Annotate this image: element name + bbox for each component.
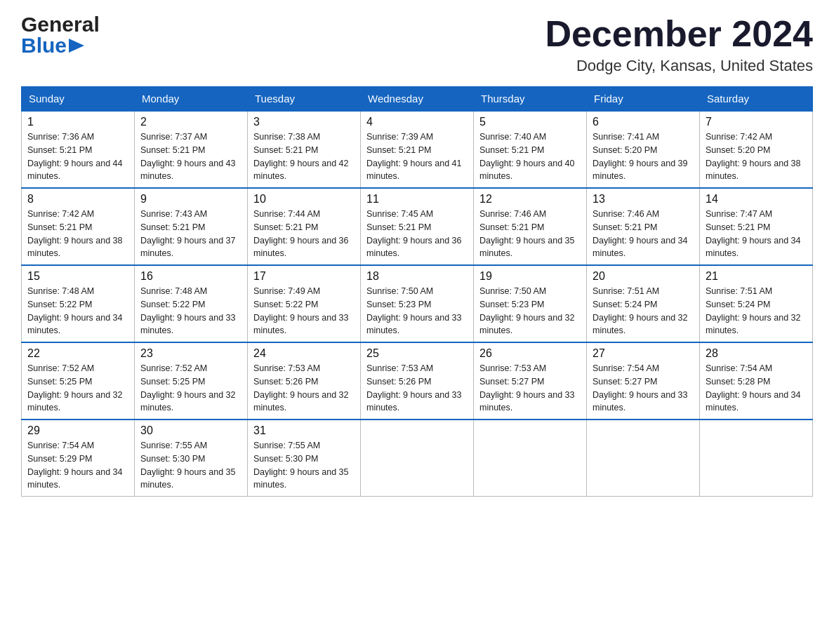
table-row xyxy=(474,420,587,497)
day-info: Sunrise: 7:55 AMSunset: 5:30 PMDaylight:… xyxy=(140,439,241,492)
table-row: 16Sunrise: 7:48 AMSunset: 5:22 PMDayligh… xyxy=(135,265,248,342)
table-row: 28Sunrise: 7:54 AMSunset: 5:28 PMDayligh… xyxy=(700,342,813,420)
header-sunday: Sunday xyxy=(22,87,135,112)
day-info: Sunrise: 7:51 AMSunset: 5:24 PMDaylight:… xyxy=(706,285,807,337)
day-number: 17 xyxy=(253,270,355,283)
location-text: Dodge City, Kansas, United States xyxy=(545,57,813,75)
day-info: Sunrise: 7:36 AMSunset: 5:21 PMDaylight:… xyxy=(27,130,128,183)
day-number: 6 xyxy=(593,116,694,128)
logo: General Blue xyxy=(21,14,100,56)
day-number: 3 xyxy=(253,116,355,128)
calendar-header-row: Sunday Monday Tuesday Wednesday Thursday… xyxy=(22,87,813,112)
title-section: December 2024 Dodge City, Kansas, United… xyxy=(545,14,813,75)
table-row xyxy=(587,420,700,497)
table-row: 11Sunrise: 7:45 AMSunset: 5:21 PMDayligh… xyxy=(361,188,474,265)
table-row: 6Sunrise: 7:41 AMSunset: 5:20 PMDaylight… xyxy=(587,111,700,188)
day-info: Sunrise: 7:53 AMSunset: 5:27 PMDaylight:… xyxy=(479,362,581,415)
day-info: Sunrise: 7:40 AMSunset: 5:21 PMDaylight:… xyxy=(479,130,581,183)
day-number: 8 xyxy=(27,193,128,206)
day-number: 5 xyxy=(479,116,581,128)
day-info: Sunrise: 7:44 AMSunset: 5:21 PMDaylight:… xyxy=(253,208,355,260)
header-wednesday: Wednesday xyxy=(361,87,474,112)
table-row: 7Sunrise: 7:42 AMSunset: 5:20 PMDaylight… xyxy=(700,111,813,188)
day-info: Sunrise: 7:54 AMSunset: 5:29 PMDaylight:… xyxy=(27,439,128,492)
day-info: Sunrise: 7:47 AMSunset: 5:21 PMDaylight:… xyxy=(706,208,807,260)
svg-marker-0 xyxy=(69,39,84,53)
day-info: Sunrise: 7:50 AMSunset: 5:23 PMDaylight:… xyxy=(366,285,468,337)
table-row: 18Sunrise: 7:50 AMSunset: 5:23 PMDayligh… xyxy=(361,265,474,342)
day-number: 29 xyxy=(27,424,128,437)
day-number: 30 xyxy=(140,424,241,437)
table-row: 21Sunrise: 7:51 AMSunset: 5:24 PMDayligh… xyxy=(700,265,813,342)
table-row: 25Sunrise: 7:53 AMSunset: 5:26 PMDayligh… xyxy=(361,342,474,420)
day-info: Sunrise: 7:49 AMSunset: 5:22 PMDaylight:… xyxy=(253,285,355,337)
calendar-week-row: 8Sunrise: 7:42 AMSunset: 5:21 PMDaylight… xyxy=(22,188,813,265)
table-row xyxy=(700,420,813,497)
table-row: 12Sunrise: 7:46 AMSunset: 5:21 PMDayligh… xyxy=(474,188,587,265)
day-info: Sunrise: 7:53 AMSunset: 5:26 PMDaylight:… xyxy=(366,362,468,415)
day-number: 13 xyxy=(593,193,694,206)
logo-blue-text: Blue xyxy=(21,35,67,56)
table-row: 27Sunrise: 7:54 AMSunset: 5:27 PMDayligh… xyxy=(587,342,700,420)
day-number: 9 xyxy=(140,193,241,206)
day-info: Sunrise: 7:46 AMSunset: 5:21 PMDaylight:… xyxy=(593,208,694,260)
day-number: 23 xyxy=(140,347,241,360)
day-info: Sunrise: 7:39 AMSunset: 5:21 PMDaylight:… xyxy=(366,130,468,183)
day-info: Sunrise: 7:42 AMSunset: 5:21 PMDaylight:… xyxy=(27,208,128,260)
day-number: 21 xyxy=(706,270,807,283)
table-row: 8Sunrise: 7:42 AMSunset: 5:21 PMDaylight… xyxy=(22,188,135,265)
header-friday: Friday xyxy=(587,87,700,112)
day-number: 16 xyxy=(140,270,241,283)
header-saturday: Saturday xyxy=(700,87,813,112)
day-number: 26 xyxy=(479,347,581,360)
table-row: 26Sunrise: 7:53 AMSunset: 5:27 PMDayligh… xyxy=(474,342,587,420)
day-info: Sunrise: 7:48 AMSunset: 5:22 PMDaylight:… xyxy=(140,285,241,337)
calendar-week-row: 22Sunrise: 7:52 AMSunset: 5:25 PMDayligh… xyxy=(22,342,813,420)
day-number: 24 xyxy=(253,347,355,360)
table-row: 29Sunrise: 7:54 AMSunset: 5:29 PMDayligh… xyxy=(22,420,135,497)
calendar-week-row: 15Sunrise: 7:48 AMSunset: 5:22 PMDayligh… xyxy=(22,265,813,342)
day-number: 28 xyxy=(706,347,807,360)
calendar-table: Sunday Monday Tuesday Wednesday Thursday… xyxy=(21,86,813,497)
table-row: 30Sunrise: 7:55 AMSunset: 5:30 PMDayligh… xyxy=(135,420,248,497)
table-row: 10Sunrise: 7:44 AMSunset: 5:21 PMDayligh… xyxy=(248,188,361,265)
table-row: 15Sunrise: 7:48 AMSunset: 5:22 PMDayligh… xyxy=(22,265,135,342)
table-row: 3Sunrise: 7:38 AMSunset: 5:21 PMDaylight… xyxy=(248,111,361,188)
day-number: 10 xyxy=(253,193,355,206)
month-title: December 2024 xyxy=(545,14,813,54)
day-number: 15 xyxy=(27,270,128,283)
day-number: 7 xyxy=(706,116,807,128)
day-info: Sunrise: 7:52 AMSunset: 5:25 PMDaylight:… xyxy=(27,362,128,415)
table-row: 20Sunrise: 7:51 AMSunset: 5:24 PMDayligh… xyxy=(587,265,700,342)
day-info: Sunrise: 7:52 AMSunset: 5:25 PMDaylight:… xyxy=(140,362,241,415)
table-row: 22Sunrise: 7:52 AMSunset: 5:25 PMDayligh… xyxy=(22,342,135,420)
day-number: 14 xyxy=(706,193,807,206)
table-row: 5Sunrise: 7:40 AMSunset: 5:21 PMDaylight… xyxy=(474,111,587,188)
logo-arrow-icon xyxy=(69,39,84,55)
day-number: 18 xyxy=(366,270,468,283)
table-row: 14Sunrise: 7:47 AMSunset: 5:21 PMDayligh… xyxy=(700,188,813,265)
table-row: 4Sunrise: 7:39 AMSunset: 5:21 PMDaylight… xyxy=(361,111,474,188)
table-row: 13Sunrise: 7:46 AMSunset: 5:21 PMDayligh… xyxy=(587,188,700,265)
day-info: Sunrise: 7:37 AMSunset: 5:21 PMDaylight:… xyxy=(140,130,241,183)
table-row: 19Sunrise: 7:50 AMSunset: 5:23 PMDayligh… xyxy=(474,265,587,342)
header-tuesday: Tuesday xyxy=(248,87,361,112)
day-info: Sunrise: 7:51 AMSunset: 5:24 PMDaylight:… xyxy=(593,285,694,337)
day-number: 11 xyxy=(366,193,468,206)
page-header: General Blue December 2024 Dodge City, K… xyxy=(21,14,813,75)
table-row: 24Sunrise: 7:53 AMSunset: 5:26 PMDayligh… xyxy=(248,342,361,420)
day-info: Sunrise: 7:43 AMSunset: 5:21 PMDaylight:… xyxy=(140,208,241,260)
table-row: 31Sunrise: 7:55 AMSunset: 5:30 PMDayligh… xyxy=(248,420,361,497)
day-info: Sunrise: 7:55 AMSunset: 5:30 PMDaylight:… xyxy=(253,439,355,492)
table-row: 17Sunrise: 7:49 AMSunset: 5:22 PMDayligh… xyxy=(248,265,361,342)
table-row: 2Sunrise: 7:37 AMSunset: 5:21 PMDaylight… xyxy=(135,111,248,188)
day-info: Sunrise: 7:45 AMSunset: 5:21 PMDaylight:… xyxy=(366,208,468,260)
day-number: 1 xyxy=(27,116,128,128)
day-info: Sunrise: 7:38 AMSunset: 5:21 PMDaylight:… xyxy=(253,130,355,183)
day-info: Sunrise: 7:42 AMSunset: 5:20 PMDaylight:… xyxy=(706,130,807,183)
day-info: Sunrise: 7:48 AMSunset: 5:22 PMDaylight:… xyxy=(27,285,128,337)
table-row: 9Sunrise: 7:43 AMSunset: 5:21 PMDaylight… xyxy=(135,188,248,265)
day-number: 2 xyxy=(140,116,241,128)
table-row: 23Sunrise: 7:52 AMSunset: 5:25 PMDayligh… xyxy=(135,342,248,420)
table-row xyxy=(361,420,474,497)
